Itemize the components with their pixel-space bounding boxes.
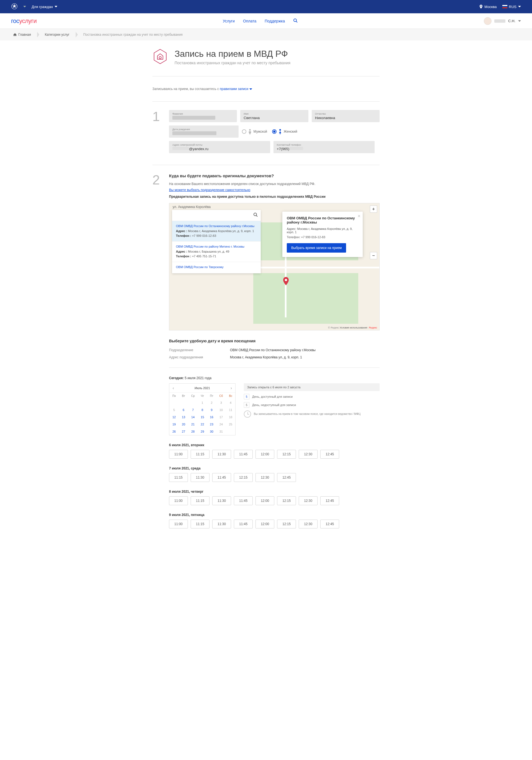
time-slot[interactable]: 11:00 bbox=[169, 450, 188, 459]
nav-payment[interactable]: Оплата bbox=[243, 19, 256, 23]
time-slot[interactable]: 12:00 bbox=[256, 450, 274, 459]
cal-day[interactable]: 31 bbox=[216, 428, 226, 435]
cal-day[interactable]: 7 bbox=[188, 406, 198, 413]
time-slot[interactable]: 12:15 bbox=[277, 520, 296, 528]
map-pin-icon[interactable] bbox=[283, 277, 289, 285]
time-slot[interactable]: 11:45 bbox=[234, 520, 253, 528]
audience-dropdown[interactable]: Для граждан bbox=[31, 5, 57, 9]
map-terms-link[interactable]: Условия использования bbox=[340, 326, 367, 329]
time-slot[interactable]: 11:30 bbox=[191, 473, 210, 482]
cal-day[interactable]: 17 bbox=[216, 413, 226, 421]
office-item[interactable]: ОВМ ОМВД России по Останкинскому району … bbox=[172, 221, 261, 242]
search-icon[interactable] bbox=[253, 212, 258, 218]
cal-day[interactable]: 23 bbox=[207, 421, 216, 428]
time-slot[interactable]: 11:15 bbox=[191, 520, 210, 528]
cal-day[interactable]: 11 bbox=[226, 406, 235, 413]
nav-support[interactable]: Поддержка bbox=[265, 19, 285, 23]
cal-day[interactable]: 4 bbox=[226, 399, 235, 406]
manual-select-link[interactable]: Вы можете выбрать подразделение самостоя… bbox=[169, 188, 250, 192]
dob-field[interactable]: Дата рождения bbox=[169, 125, 239, 138]
cal-day[interactable]: 21 bbox=[188, 421, 198, 428]
time-slot[interactable]: 11:30 bbox=[212, 496, 231, 505]
surname-field[interactable]: Фамилия bbox=[169, 110, 237, 122]
cal-day[interactable]: 28 bbox=[188, 428, 198, 435]
time-slot[interactable]: 11:15 bbox=[191, 450, 210, 459]
email-field[interactable]: Адрес электронной почты@yandex.ru bbox=[169, 141, 270, 153]
time-slot[interactable]: 12:45 bbox=[277, 473, 296, 482]
cal-day[interactable]: 8 bbox=[198, 406, 207, 413]
time-slot[interactable]: 12:00 bbox=[256, 496, 274, 505]
time-slot[interactable]: 11:15 bbox=[169, 473, 188, 482]
city-selector[interactable]: Москва bbox=[479, 5, 497, 9]
cal-day[interactable]: 10 bbox=[216, 406, 226, 413]
time-slot[interactable]: 12:30 bbox=[299, 450, 317, 459]
cal-day[interactable]: 13 bbox=[179, 413, 188, 421]
time-slot[interactable]: 12:45 bbox=[320, 496, 339, 505]
cal-day[interactable]: 27 bbox=[179, 428, 188, 435]
map-street-label: ул. Академика Королёва bbox=[172, 205, 211, 209]
time-slot[interactable]: 12:45 bbox=[320, 450, 339, 459]
cal-day[interactable]: 3 bbox=[216, 399, 226, 406]
cal-day[interactable]: 24 bbox=[216, 421, 226, 428]
time-slot[interactable]: 12:30 bbox=[299, 520, 317, 528]
map-footer: © Яндекс Условия использования Яндекс bbox=[328, 326, 377, 329]
popup-title: ОВМ ОМВД России по Останкинскому району … bbox=[287, 216, 358, 224]
cal-day[interactable]: 15 bbox=[198, 413, 207, 421]
time-slot[interactable]: 11:15 bbox=[191, 496, 210, 505]
time-slot[interactable]: 11:45 bbox=[212, 473, 231, 482]
time-slot[interactable]: 12:15 bbox=[277, 450, 296, 459]
time-slot[interactable]: 12:15 bbox=[234, 473, 253, 482]
bc-categories[interactable]: Категории услуг bbox=[43, 31, 73, 38]
zoom-in-button[interactable]: + bbox=[370, 206, 377, 213]
close-icon[interactable]: × bbox=[358, 213, 361, 219]
cal-day[interactable]: 26 bbox=[169, 428, 179, 435]
time-slot[interactable]: 11:45 bbox=[234, 496, 253, 505]
emblem-chevron-icon[interactable] bbox=[23, 6, 26, 8]
office-item[interactable]: ОВМ ОМВД России по Тверскому bbox=[172, 262, 261, 273]
patronymic-field[interactable]: ОтчествоНиколаевна bbox=[312, 110, 380, 122]
map-search-input[interactable] bbox=[175, 213, 253, 217]
gender-male[interactable]: Мужской bbox=[242, 129, 267, 134]
cal-prev-button[interactable]: ‹ bbox=[171, 386, 176, 390]
time-slot[interactable]: 12:15 bbox=[277, 496, 296, 505]
select-time-button[interactable]: Выбрать время записи на прием bbox=[287, 243, 346, 253]
rules-link[interactable]: правилами записи bbox=[220, 87, 252, 91]
cal-day[interactable]: 25 bbox=[226, 421, 235, 428]
cal-day[interactable]: 18 bbox=[226, 413, 235, 421]
time-slot[interactable]: 11:00 bbox=[169, 496, 188, 505]
bc-home[interactable]: Главная bbox=[11, 31, 35, 38]
time-slot[interactable]: 11:30 bbox=[212, 520, 231, 528]
cal-day[interactable]: 9 bbox=[207, 406, 216, 413]
cal-day[interactable]: 1 bbox=[198, 399, 207, 406]
time-slot[interactable]: 11:00 bbox=[169, 520, 188, 528]
cal-day[interactable]: 5 bbox=[169, 406, 179, 413]
time-slot[interactable]: 12:45 bbox=[320, 520, 339, 528]
cal-day[interactable]: 2 bbox=[207, 399, 216, 406]
name-field[interactable]: ИмяСветлана bbox=[240, 110, 308, 122]
cal-next-button[interactable]: › bbox=[229, 386, 234, 390]
search-icon[interactable] bbox=[293, 18, 298, 24]
time-slot[interactable]: 12:30 bbox=[299, 496, 317, 505]
cal-day[interactable]: 12 bbox=[169, 413, 179, 421]
gender-female[interactable]: Женский bbox=[272, 129, 297, 134]
logo[interactable]: госуслуги bbox=[11, 18, 36, 24]
cal-day[interactable]: 14 bbox=[188, 413, 198, 421]
time-slot[interactable]: 12:00 bbox=[256, 520, 274, 528]
cal-day[interactable]: 29 bbox=[198, 428, 207, 435]
time-slot[interactable]: 11:30 bbox=[212, 450, 231, 459]
office-item[interactable]: ОВМ ОМВД России по району Митино г. Моск… bbox=[172, 242, 261, 262]
nav-services[interactable]: Услуги bbox=[223, 19, 235, 23]
time-slot[interactable]: 12:30 bbox=[256, 473, 274, 482]
phone-field[interactable]: Контактный телефон+7(965) bbox=[273, 141, 375, 153]
user-menu[interactable]: С.Н. bbox=[484, 17, 521, 25]
cal-day[interactable]: 6 bbox=[179, 406, 188, 413]
cal-day[interactable]: 22 bbox=[198, 421, 207, 428]
cal-day[interactable]: 19 bbox=[169, 421, 179, 428]
cal-day[interactable]: 20 bbox=[179, 421, 188, 428]
lang-selector[interactable]: RUS bbox=[502, 5, 521, 9]
zoom-out-button[interactable]: − bbox=[370, 252, 377, 259]
cal-day[interactable]: 16 bbox=[207, 413, 216, 421]
time-slot[interactable]: 11:45 bbox=[234, 450, 253, 459]
map[interactable]: ул. Академика Королёва + − ОВМ ОМВД Росс… bbox=[169, 203, 380, 330]
cal-day[interactable]: 30 bbox=[207, 428, 216, 435]
